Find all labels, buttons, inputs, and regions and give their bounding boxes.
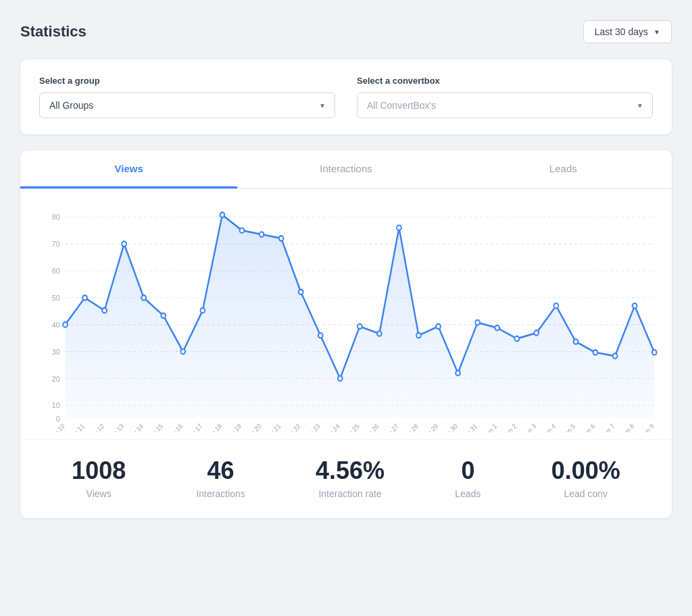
svg-text:May 13: May 13 bbox=[105, 422, 125, 432]
svg-text:May 23: May 23 bbox=[302, 422, 322, 432]
svg-text:May 11: May 11 bbox=[66, 422, 86, 432]
svg-point-27 bbox=[260, 232, 264, 236]
svg-text:Jun 2: Jun 2 bbox=[502, 422, 518, 432]
svg-point-25 bbox=[220, 212, 225, 217]
svg-text:May 16: May 16 bbox=[164, 422, 184, 432]
stat-interactions-label: Interactions bbox=[196, 488, 245, 499]
svg-text:0: 0 bbox=[56, 415, 60, 424]
svg-point-26 bbox=[240, 228, 245, 232]
convertbox-filter-label: Select a convertbox bbox=[357, 76, 653, 86]
svg-point-30 bbox=[318, 333, 323, 338]
tab-interactions[interactable]: Interactions bbox=[237, 151, 454, 188]
svg-text:40: 40 bbox=[52, 320, 60, 329]
svg-point-17 bbox=[63, 322, 68, 327]
svg-text:Jun 9: Jun 9 bbox=[639, 422, 655, 432]
stat-leads: 0 Leads bbox=[455, 459, 480, 499]
stat-views: 1008 Views bbox=[72, 459, 126, 499]
svg-text:Jun 7: Jun 7 bbox=[600, 422, 616, 432]
stat-interactions-value: 46 bbox=[196, 459, 245, 483]
svg-text:70: 70 bbox=[52, 240, 60, 249]
svg-text:May 22: May 22 bbox=[282, 422, 302, 432]
stat-lead-conv: 0.00% Lead conv bbox=[551, 459, 620, 499]
svg-text:May 24: May 24 bbox=[322, 421, 341, 432]
group-select[interactable]: All Groups bbox=[39, 93, 335, 118]
svg-text:50: 50 bbox=[52, 294, 60, 303]
group-select-wrapper: All Groups bbox=[39, 93, 335, 118]
svg-point-33 bbox=[377, 331, 382, 336]
svg-point-47 bbox=[652, 350, 657, 355]
svg-point-36 bbox=[436, 324, 441, 329]
svg-text:Jun 5: Jun 5 bbox=[561, 422, 576, 432]
svg-text:May 19: May 19 bbox=[224, 422, 243, 432]
svg-text:May 28: May 28 bbox=[400, 422, 420, 432]
svg-point-45 bbox=[613, 353, 618, 358]
chart-area: 80 70 60 50 40 30 20 10 0 bbox=[20, 189, 672, 439]
svg-point-38 bbox=[475, 320, 480, 325]
svg-point-39 bbox=[495, 326, 499, 330]
chart-tabs: Views Interactions Leads bbox=[20, 151, 672, 189]
svg-point-28 bbox=[279, 236, 284, 240]
svg-point-35 bbox=[416, 333, 421, 338]
svg-text:Jun 8: Jun 8 bbox=[620, 422, 635, 432]
group-filter: Select a group All Groups bbox=[39, 76, 335, 118]
svg-text:May 14: May 14 bbox=[125, 421, 145, 432]
svg-text:May 20: May 20 bbox=[243, 422, 263, 432]
svg-text:60: 60 bbox=[52, 267, 60, 276]
svg-text:20: 20 bbox=[52, 374, 60, 383]
svg-text:May 31: May 31 bbox=[459, 422, 478, 432]
svg-text:May 12: May 12 bbox=[86, 422, 105, 432]
svg-text:Jun 6: Jun 6 bbox=[580, 422, 596, 432]
stat-interactions: 46 Interactions bbox=[196, 459, 245, 499]
page-header: Statistics Last 30 days ▼ bbox=[20, 20, 672, 43]
stat-interaction-rate: 4.56% Interaction rate bbox=[316, 459, 385, 499]
date-filter-label: Last 30 days bbox=[595, 26, 648, 37]
svg-text:May 21: May 21 bbox=[263, 422, 282, 432]
tab-views[interactable]: Views bbox=[20, 151, 237, 188]
svg-point-43 bbox=[574, 339, 578, 344]
svg-text:May 17: May 17 bbox=[184, 422, 203, 432]
svg-point-34 bbox=[397, 225, 401, 230]
filter-card: Select a group All Groups Select a conve… bbox=[20, 59, 672, 134]
page-title: Statistics bbox=[20, 23, 86, 41]
svg-text:May 26: May 26 bbox=[361, 422, 380, 432]
svg-text:May 18: May 18 bbox=[204, 422, 224, 432]
svg-text:May 29: May 29 bbox=[420, 422, 439, 432]
tab-leads[interactable]: Leads bbox=[455, 151, 672, 188]
svg-text:Jun 4: Jun 4 bbox=[541, 421, 558, 432]
svg-text:30: 30 bbox=[52, 347, 60, 356]
svg-text:May 10: May 10 bbox=[47, 422, 66, 432]
filter-row: Select a group All Groups Select a conve… bbox=[39, 76, 653, 118]
convertbox-select-wrapper: All ConvertBox's bbox=[357, 93, 653, 118]
chevron-down-icon: ▼ bbox=[653, 28, 660, 36]
svg-text:80: 80 bbox=[52, 213, 60, 222]
stat-interaction-rate-value: 4.56% bbox=[316, 459, 385, 483]
stat-views-value: 1008 bbox=[72, 459, 126, 483]
chart-card: Views Interactions Leads bbox=[20, 151, 672, 518]
svg-text:Jun 1: Jun 1 bbox=[483, 422, 498, 432]
svg-point-18 bbox=[82, 295, 87, 300]
date-filter-button[interactable]: Last 30 days ▼ bbox=[583, 20, 672, 43]
stat-lead-conv-label: Lead conv bbox=[551, 488, 620, 499]
chart-svg: 80 70 60 50 40 30 20 10 0 bbox=[31, 203, 661, 432]
svg-point-21 bbox=[141, 295, 146, 300]
svg-point-40 bbox=[514, 336, 519, 341]
svg-point-19 bbox=[102, 308, 107, 313]
svg-text:Jun 3: Jun 3 bbox=[522, 422, 537, 432]
svg-text:May 25: May 25 bbox=[341, 422, 361, 432]
svg-point-20 bbox=[122, 241, 126, 246]
svg-text:May 30: May 30 bbox=[439, 422, 459, 432]
svg-point-31 bbox=[338, 376, 343, 381]
svg-text:10: 10 bbox=[52, 401, 60, 410]
svg-point-22 bbox=[161, 313, 166, 318]
svg-point-24 bbox=[200, 308, 205, 313]
svg-point-41 bbox=[534, 330, 539, 335]
stat-leads-value: 0 bbox=[455, 459, 480, 483]
stat-lead-conv-value: 0.00% bbox=[551, 459, 620, 483]
svg-point-32 bbox=[357, 324, 362, 329]
stat-views-label: Views bbox=[72, 488, 126, 499]
chart-container: 80 70 60 50 40 30 20 10 0 bbox=[31, 203, 661, 432]
convertbox-select[interactable]: All ConvertBox's bbox=[357, 93, 653, 118]
svg-text:May 15: May 15 bbox=[145, 422, 164, 432]
svg-point-37 bbox=[455, 371, 460, 376]
svg-point-44 bbox=[593, 350, 598, 355]
